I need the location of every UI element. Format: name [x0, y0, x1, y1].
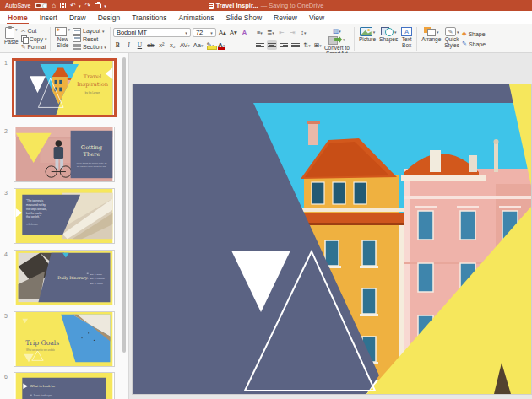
slide-3-quote-line4: but the marks: [26, 212, 42, 215]
decrease-indent-button[interactable]: ⇤: [277, 28, 286, 37]
slide-1-editor-view: [133, 84, 531, 394]
slide-5-art: Trip Goals What we want to see and do: [14, 312, 114, 366]
align-left-icon: [256, 43, 264, 47]
text-direction-button[interactable]: ⇅▾: [302, 40, 312, 50]
justify-button[interactable]: [290, 40, 301, 50]
change-case-button[interactable]: Aa▾: [193, 40, 204, 50]
slide-1-thumbnail[interactable]: Travel Inspiration by Iris Larson: [14, 60, 115, 116]
shape-outline-button[interactable]: ✎Shape: [461, 40, 491, 48]
slide-1-number: 1: [4, 60, 8, 66]
tab-home[interactable]: Home: [2, 11, 34, 24]
slide-4-thumbnail[interactable]: Daily Itinerary Day 1: Rome Day 2: Flore…: [14, 250, 115, 305]
titlebar: AutoSave ⌂ ↶ ▾ ↷ ▾ Travel Inspir... — Sa…: [0, 0, 532, 11]
smartart-icon: [328, 35, 342, 45]
character-spacing-button[interactable]: AV▾: [179, 40, 191, 50]
align-center-icon: [268, 43, 276, 47]
align-left-button[interactable]: [255, 40, 265, 50]
redo-icon[interactable]: ↷: [84, 0, 90, 11]
current-slide[interactable]: [133, 84, 531, 394]
picture-icon: [360, 27, 372, 36]
quick-styles-button[interactable]: ✎▾ Quick Styles: [442, 26, 461, 51]
slide-6-title: What to Look for: [30, 384, 56, 388]
tab-design[interactable]: Design: [92, 11, 126, 24]
slide-5-thumbnail[interactable]: Trip Goals What we want to see and do: [14, 311, 115, 367]
reset-button[interactable]: Reset: [72, 35, 107, 43]
autosave-toggle[interactable]: [35, 3, 47, 8]
tab-view[interactable]: View: [303, 11, 330, 24]
tab-animations[interactable]: Animations: [172, 11, 220, 24]
slide-4-bullet2: Day 2: Florence: [90, 278, 106, 280]
arrange-button[interactable]: ▾ Arrange: [420, 26, 442, 51]
slide-6-thumbnail[interactable]: What to Look for Scenic landscapes: [14, 372, 115, 399]
slide-6-number: 6: [4, 374, 8, 380]
picture-button[interactable]: ▾ Picture: [357, 26, 377, 51]
slide-4-bullet1: Day 1: Rome: [90, 273, 103, 276]
align-text-button[interactable]: ⊞▾: [313, 40, 323, 50]
thumbnail-scrollbar[interactable]: [122, 57, 126, 353]
smartart-group: ▥▾ ▾ Convert to SmartArt: [323, 26, 351, 51]
align-center-button[interactable]: [267, 40, 277, 50]
arrange-icon: [424, 27, 436, 36]
columns-button[interactable]: ▥▾: [332, 27, 342, 35]
italic-button[interactable]: I: [124, 40, 133, 50]
text-box-button[interactable]: A Text Box: [399, 26, 414, 51]
paste-button[interactable]: ▾ Paste: [3, 26, 20, 51]
slide-5-subtitle: What we want to see and do: [26, 348, 55, 352]
copy-button[interactable]: Copy▾: [20, 35, 48, 43]
ribbon-tabs: Home Insert Draw Design Transitions Anim…: [0, 11, 532, 24]
subscript-button[interactable]: x₂: [168, 40, 177, 50]
superscript-button[interactable]: x²: [157, 40, 166, 50]
numbering-button[interactable]: ≣▾: [266, 28, 275, 37]
grow-font-button[interactable]: A▴: [218, 28, 227, 37]
align-right-button[interactable]: [279, 40, 289, 50]
tab-draw[interactable]: Draw: [63, 11, 92, 24]
text-highlight-button[interactable]: ✎▾: [206, 40, 215, 50]
print-icon[interactable]: [95, 3, 101, 8]
slide-1-title-line2: Inspiration: [77, 81, 109, 88]
format-painter-button[interactable]: ✎Format: [20, 43, 48, 51]
increase-indent-button[interactable]: ⇥: [288, 28, 297, 37]
slide-2-art: Getting There We're taking the scenic ro…: [14, 127, 114, 181]
save-icon[interactable]: [60, 3, 66, 8]
font-group: Bodoni MT▾ 72▾ A▴ A▾ A B I U ab x² x₂ AV…: [113, 26, 249, 51]
section-button[interactable]: Section▾: [72, 43, 107, 51]
clipboard-group: ▾ Paste ✂Cut Copy▾ ✎Format: [3, 26, 47, 51]
font-size-select[interactable]: 72▾: [193, 28, 216, 37]
undo-icon[interactable]: ↶: [70, 0, 76, 11]
shrink-font-button[interactable]: A▾: [229, 28, 238, 37]
cut-button[interactable]: ✂Cut: [20, 27, 48, 35]
section-icon: [73, 44, 81, 51]
slide-3-quote-line5: that we left.”: [26, 215, 41, 218]
underline-button[interactable]: U: [135, 40, 144, 50]
shape-fill-icon: ◆: [462, 30, 466, 37]
tab-review[interactable]: Review: [268, 11, 303, 24]
slide-2-thumbnail[interactable]: Getting There We're taking the scenic ro…: [14, 127, 115, 182]
slide-4-number: 4: [4, 251, 8, 257]
shape-fill-button[interactable]: ◆Shape: [461, 30, 491, 38]
align-right-icon: [280, 43, 288, 47]
document-icon: [209, 3, 214, 9]
undo-dropdown-icon[interactable]: ▾: [79, 3, 81, 8]
quick-access-dropdown-icon[interactable]: ▾: [104, 3, 106, 8]
new-slide-button[interactable]: ▾ New Slide: [53, 26, 72, 51]
slide-1-title-line1: Travel: [84, 73, 101, 80]
strikethrough-button[interactable]: ab: [146, 40, 155, 50]
line-spacing-button[interactable]: ↕▾: [299, 28, 308, 37]
clear-formatting-button[interactable]: A: [240, 28, 249, 37]
font-name-select[interactable]: Bodoni MT▾: [113, 28, 191, 37]
insert-group: ▾ Picture ▾ Shapes A Text Box: [357, 26, 414, 51]
slide-thumbnail-panel: 1: [0, 53, 129, 399]
font-color-button[interactable]: A▾: [217, 40, 226, 50]
tab-insert[interactable]: Insert: [34, 11, 63, 24]
tab-slideshow[interactable]: Slide Show: [220, 11, 269, 24]
bold-button[interactable]: B: [113, 40, 122, 50]
layout-button[interactable]: Layout▾: [72, 27, 107, 35]
slide-6-bullet1: Scenic landscapes: [34, 394, 53, 397]
tab-transitions[interactable]: Transitions: [126, 11, 172, 24]
bullets-button[interactable]: ≡▾: [255, 28, 264, 37]
font-color-icon: A: [218, 41, 223, 49]
shapes-button[interactable]: ▾ Shapes: [377, 26, 399, 51]
home-icon[interactable]: ⌂: [52, 0, 56, 11]
slide-3-thumbnail[interactable]: “The journey is measured not by the step…: [14, 188, 115, 244]
slide-5-title: Trip Goals: [25, 339, 59, 347]
